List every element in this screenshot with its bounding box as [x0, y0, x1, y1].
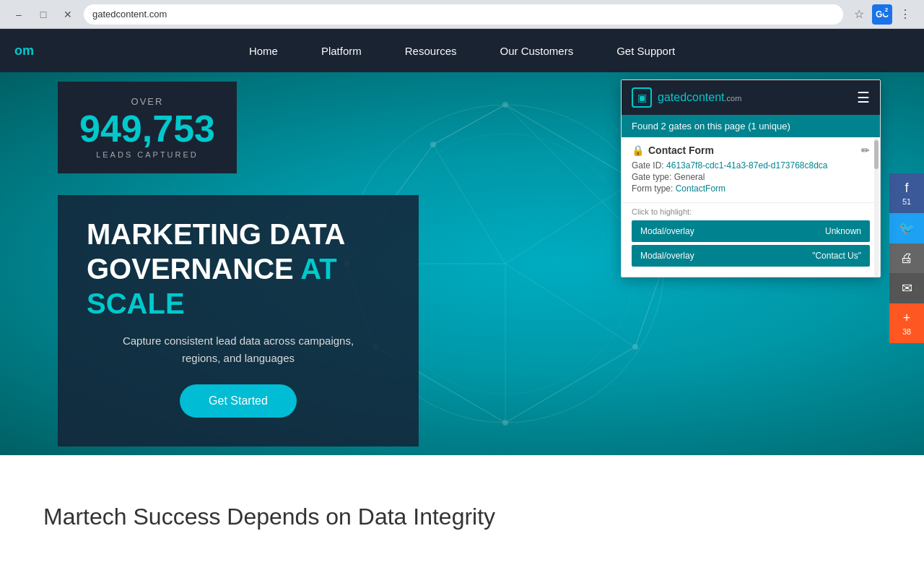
- nav-logo: om: [14, 43, 34, 59]
- email-icon: ✉: [902, 280, 912, 296]
- email-share-button[interactable]: ✉: [889, 273, 924, 303]
- extension-popup: ▣ gatedcontent.com ☰ Found 2 gates on th…: [621, 79, 881, 277]
- address-text: gatedcontent.com: [92, 9, 167, 20]
- found-text: Found 2 gates on this page (1 unique): [632, 121, 790, 131]
- svg-line-6: [505, 347, 635, 423]
- svg-line-2: [505, 105, 635, 181]
- gate-item: 🔒 Contact Form ✏ Gate ID: 4613a7f8-cdc1-…: [622, 137, 880, 203]
- extension-header: ▣ gatedcontent.com ☰: [622, 80, 880, 115]
- svg-line-11: [505, 181, 635, 264]
- close-button[interactable]: ✕: [58, 4, 78, 25]
- extension-logo-text: gatedcontent.com: [658, 91, 741, 104]
- twitter-icon: 🐦: [899, 220, 915, 236]
- form-type-detail: Form type: ContactForm: [632, 184, 870, 194]
- highlight-section: Click to highlight: Modal/overlay Unknow…: [622, 203, 880, 277]
- maximize-button[interactable]: □: [33, 4, 53, 25]
- main-nav: om Home Platform Resources Our Customers…: [0, 29, 924, 72]
- gate-id-label: Gate ID:: [632, 160, 664, 171]
- lock-icon: 🔒: [632, 144, 644, 156]
- menu-icon[interactable]: ⋮: [895, 4, 915, 25]
- scrollbar-track[interactable]: [874, 137, 879, 277]
- hero-title-line2: GOVERNANCE: [87, 253, 300, 285]
- form-type-value: ContactForm: [676, 184, 725, 194]
- nav-item-platform[interactable]: Platform: [321, 45, 362, 57]
- highlight-label-1: Unknown: [825, 226, 861, 236]
- print-button[interactable]: 🖨: [889, 243, 924, 273]
- share-icon: +: [903, 311, 911, 326]
- minimize-button[interactable]: –: [9, 4, 29, 25]
- extension-icon[interactable]: GC 2: [872, 4, 892, 25]
- leads-over-label: OVER: [79, 96, 215, 107]
- form-type-label: Form type:: [632, 184, 673, 194]
- more-share-button[interactable]: + 38: [889, 303, 924, 343]
- facebook-icon: f: [905, 181, 908, 196]
- logo-gated: gated: [658, 91, 687, 103]
- social-sidebar: f 51 🐦 🖨 ✉ + 38: [889, 173, 924, 343]
- highlight-type-2: Modal/overlay: [640, 251, 694, 261]
- browser-actions: ☆ GC 2 ⋮: [849, 4, 915, 25]
- hero-title-line1: MARKETING DATA: [87, 218, 345, 250]
- nav-item-home[interactable]: Home: [249, 45, 278, 57]
- logo-content: content: [687, 91, 724, 103]
- extension-logo: ▣ gatedcontent.com: [632, 87, 741, 108]
- gate-type-value: General: [674, 172, 705, 182]
- leads-number: 949,753: [79, 110, 215, 147]
- website-container: om Home Platform Resources Our Customers…: [0, 29, 924, 578]
- highlight-type-1: Modal/overlay: [640, 226, 694, 236]
- bottom-title: Martech Success Depends on Data Integrit…: [43, 504, 495, 530]
- svg-line-29: [433, 105, 505, 144]
- facebook-share-button[interactable]: f 51: [889, 173, 924, 213]
- extension-found-bar: Found 2 gates on this page (1 unique): [622, 115, 880, 137]
- gate-title-text: Contact Form: [648, 144, 714, 156]
- extension-body: 🔒 Contact Form ✏ Gate ID: 4613a7f8-cdc1-…: [622, 137, 880, 277]
- hero-content: OVER 949,753 LEADS CAPTURED MARKETING DA…: [0, 82, 419, 447]
- bookmark-icon[interactable]: ☆: [849, 4, 869, 25]
- gate-item-header: 🔒 Contact Form ✏: [632, 144, 870, 156]
- highlight-row-2[interactable]: Modal/overlay "Contact Us": [632, 245, 870, 267]
- highlight-label-2: "Contact Us": [812, 251, 861, 261]
- leads-counter-box: OVER 949,753 LEADS CAPTURED: [58, 82, 237, 173]
- share-count: 38: [902, 327, 911, 336]
- leads-label: LEADS CAPTURED: [79, 150, 215, 159]
- highlight-row-1[interactable]: Modal/overlay Unknown: [632, 220, 870, 242]
- get-started-button[interactable]: Get Started: [180, 384, 297, 418]
- window-controls: – □ ✕: [9, 4, 78, 25]
- print-icon: 🖨: [900, 251, 913, 266]
- hero-headline-box: MARKETING DATAGOVERNANCE AT SCALE Captur…: [58, 195, 419, 447]
- nav-item-customers[interactable]: Our Customers: [500, 45, 573, 57]
- gate-edit-button[interactable]: ✏: [861, 144, 870, 156]
- facebook-count: 51: [902, 197, 911, 206]
- twitter-share-button[interactable]: 🐦: [889, 213, 924, 243]
- click-to-highlight-label: Click to highlight:: [632, 207, 870, 216]
- hero-title: MARKETING DATAGOVERNANCE AT SCALE: [87, 217, 390, 321]
- nav-item-support[interactable]: Get Support: [616, 45, 675, 57]
- svg-point-20: [502, 420, 508, 426]
- gate-type-detail: Gate type: General: [632, 172, 870, 182]
- gate-id-value: 4613a7f8-cdc1-41a3-87ed-d173768c8dca: [666, 160, 828, 171]
- svg-line-15: [433, 144, 505, 264]
- nav-item-resources[interactable]: Resources: [405, 45, 457, 57]
- extension-logo-icon: ▣: [632, 87, 652, 108]
- gate-type-label: Gate type:: [632, 172, 671, 182]
- address-bar[interactable]: gatedcontent.com: [84, 4, 843, 25]
- scrollbar-thumb[interactable]: [874, 140, 879, 169]
- extension-badge: 2: [882, 6, 891, 14]
- svg-point-19: [632, 344, 638, 350]
- extension-menu-button[interactable]: ☰: [857, 89, 870, 106]
- browser-chrome: – □ ✕ gatedcontent.com ☆ GC 2 ⋮: [0, 0, 924, 29]
- gate-title: 🔒 Contact Form: [632, 144, 714, 156]
- svg-line-12: [505, 264, 635, 347]
- hero-subtitle: Capture consistent lead data across camp…: [87, 332, 390, 367]
- bottom-section: Martech Success Depends on Data Integrit…: [0, 455, 924, 578]
- gate-id-detail: Gate ID: 4613a7f8-cdc1-41a3-87ed-d173768…: [632, 160, 870, 171]
- logo-com: .com: [725, 94, 742, 103]
